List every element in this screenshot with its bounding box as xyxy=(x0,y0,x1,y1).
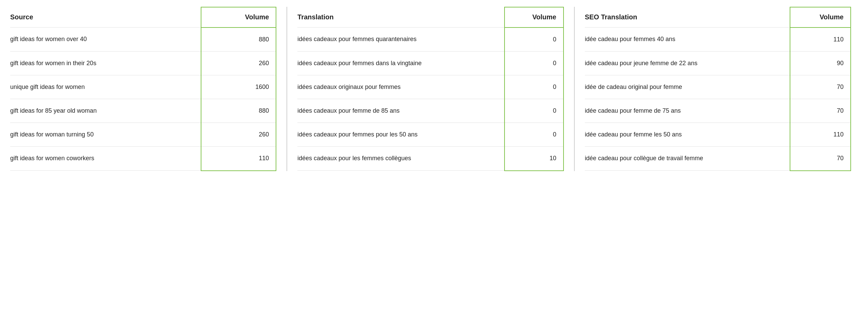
cell-text: gift ideas for women in their 20s xyxy=(10,51,201,75)
table-section-source: SourceVolumegift ideas for women over 40… xyxy=(10,7,283,171)
cell-text: gift ideas for 85 year old woman xyxy=(10,99,201,123)
table-row: gift ideas for women over 40880 xyxy=(10,27,276,52)
cell-text: idées cadeaux pour femmes quarantenaires xyxy=(297,27,505,52)
col-header-volume-source: Volume xyxy=(201,7,276,27)
cell-volume: 880 xyxy=(201,99,276,123)
table-row: idée cadeau pour femme de 75 ans70 xyxy=(585,99,851,123)
table-row: idées cadeaux pour femme de 85 ans0 xyxy=(297,99,563,123)
cell-volume: 0 xyxy=(505,123,563,147)
table-section-seo-translation: SEO TranslationVolumeidée cadeau pour fe… xyxy=(578,7,858,171)
table-source: SourceVolumegift ideas for women over 40… xyxy=(10,7,276,171)
cell-volume: 10 xyxy=(505,147,563,171)
cell-text: idée cadeau pour femme les 50 ans xyxy=(585,123,790,147)
cell-text: idées cadeaux pour les femmes collègues xyxy=(297,147,505,171)
cell-text: gift ideas for women over 40 xyxy=(10,27,201,52)
cell-volume: 1600 xyxy=(201,75,276,99)
cell-text: unique gift ideas for women xyxy=(10,75,201,99)
table-row: idées cadeaux pour les femmes collègues1… xyxy=(297,147,563,171)
cell-volume: 90 xyxy=(790,51,851,75)
cell-volume: 0 xyxy=(505,99,563,123)
table-section-translation: TranslationVolumeidées cadeaux pour femm… xyxy=(291,7,570,171)
cell-volume: 110 xyxy=(201,147,276,171)
cell-text: idées cadeaux originaux pour femmes xyxy=(297,75,505,99)
table-row: gift ideas for woman turning 50260 xyxy=(10,123,276,147)
col-header-main-seo-translation: SEO Translation xyxy=(585,7,790,27)
table-row: idée cadeau pour collègue de travail fem… xyxy=(585,147,851,171)
table-row: idée de cadeau original pour femme70 xyxy=(585,75,851,99)
table-row: idées cadeaux pour femmes pour les 50 an… xyxy=(297,123,563,147)
col-header-volume-seo-translation: Volume xyxy=(790,7,851,27)
cell-text: gift ideas for woman turning 50 xyxy=(10,123,201,147)
page-container: SourceVolumegift ideas for women over 40… xyxy=(10,7,858,171)
cell-volume: 260 xyxy=(201,51,276,75)
table-row: idées cadeaux pour femmes quarantenaires… xyxy=(297,27,563,52)
table-row: idées cadeaux originaux pour femmes0 xyxy=(297,75,563,99)
cell-volume: 70 xyxy=(790,147,851,171)
cell-text: idée cadeau pour collègue de travail fem… xyxy=(585,147,790,171)
table-row: idée cadeau pour femme les 50 ans110 xyxy=(585,123,851,147)
cell-volume: 0 xyxy=(505,75,563,99)
cell-text: idées cadeaux pour femmes pour les 50 an… xyxy=(297,123,505,147)
table-seo-translation: SEO TranslationVolumeidée cadeau pour fe… xyxy=(585,7,851,171)
table-row: idée cadeau pour femmes 40 ans110 xyxy=(585,27,851,52)
col-header-volume-translation: Volume xyxy=(505,7,563,27)
cell-volume: 110 xyxy=(790,123,851,147)
cell-volume: 70 xyxy=(790,75,851,99)
cell-text: idées cadeaux pour femme de 85 ans xyxy=(297,99,505,123)
cell-volume: 0 xyxy=(505,27,563,52)
table-row: idée cadeau pour jeune femme de 22 ans90 xyxy=(585,51,851,75)
col-header-main-translation: Translation xyxy=(297,7,505,27)
cell-text: idée de cadeau original pour femme xyxy=(585,75,790,99)
table-row: idées cadeaux pour femmes dans la vingta… xyxy=(297,51,563,75)
cell-text: idée cadeau pour femmes 40 ans xyxy=(585,27,790,52)
cell-text: gift ideas for women coworkers xyxy=(10,147,201,171)
cell-volume: 70 xyxy=(790,99,851,123)
column-divider-1 xyxy=(287,7,287,171)
cell-volume: 880 xyxy=(201,27,276,52)
cell-volume: 260 xyxy=(201,123,276,147)
table-row: gift ideas for women in their 20s260 xyxy=(10,51,276,75)
cell-volume: 0 xyxy=(505,51,563,75)
table-translation: TranslationVolumeidées cadeaux pour femm… xyxy=(297,7,564,171)
cell-text: idée cadeau pour jeune femme de 22 ans xyxy=(585,51,790,75)
table-row: gift ideas for 85 year old woman880 xyxy=(10,99,276,123)
cell-text: idée cadeau pour femme de 75 ans xyxy=(585,99,790,123)
cell-text: idées cadeaux pour femmes dans la vingta… xyxy=(297,51,505,75)
col-header-main-source: Source xyxy=(10,7,201,27)
column-divider-2 xyxy=(574,7,575,171)
table-row: gift ideas for women coworkers110 xyxy=(10,147,276,171)
table-row: unique gift ideas for women1600 xyxy=(10,75,276,99)
cell-volume: 110 xyxy=(790,27,851,52)
